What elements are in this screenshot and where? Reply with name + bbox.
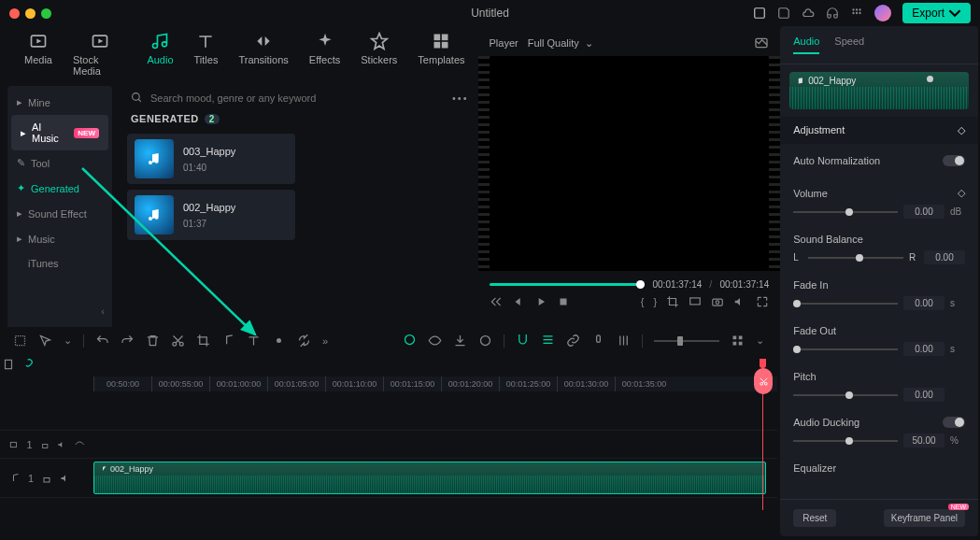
more-icon[interactable]: » bbox=[322, 335, 328, 347]
tab-audio[interactable]: Audio bbox=[147, 32, 173, 77]
diamond-icon[interactable]: ◇ bbox=[958, 187, 965, 199]
sidebar-item-sound-effect[interactable]: ▸Sound Effect bbox=[7, 201, 112, 226]
sidebar-collapse[interactable]: ‹ bbox=[7, 298, 112, 324]
mixer-icon[interactable] bbox=[617, 334, 631, 348]
audio-clip[interactable]: 002_Happy bbox=[93, 462, 766, 494]
mute-icon[interactable] bbox=[57, 439, 66, 450]
music-icon[interactable] bbox=[9, 473, 21, 484]
media-item[interactable]: 003_Happy 01:40 bbox=[127, 134, 295, 184]
reset-button[interactable]: Reset bbox=[793, 509, 836, 527]
pitch-slider[interactable] bbox=[793, 394, 898, 396]
chevron-down-icon[interactable]: ⌄ bbox=[64, 334, 72, 347]
player-viewport[interactable] bbox=[490, 56, 770, 271]
tab-transitions[interactable]: Transitions bbox=[238, 32, 288, 77]
ducking-value[interactable]: 50.00 bbox=[903, 433, 944, 448]
mute-icon[interactable] bbox=[60, 473, 71, 484]
align-icon[interactable] bbox=[541, 333, 555, 347]
camera-icon[interactable] bbox=[711, 295, 724, 308]
tag-icon[interactable] bbox=[478, 334, 492, 348]
maximize-icon[interactable] bbox=[41, 8, 51, 19]
brace-left-icon[interactable]: { bbox=[641, 296, 645, 307]
fadeout-value[interactable]: 0.00 bbox=[903, 342, 944, 356]
media-item[interactable]: 002_Happy 01:37 bbox=[127, 190, 295, 240]
volume-value[interactable]: 0.00 bbox=[903, 205, 944, 219]
progress-slider[interactable] bbox=[490, 283, 646, 286]
display-icon[interactable] bbox=[689, 295, 702, 308]
eye-icon[interactable] bbox=[75, 439, 84, 450]
ducking-slider[interactable] bbox=[793, 440, 898, 442]
green-circle-icon[interactable] bbox=[403, 333, 417, 347]
volume-icon[interactable] bbox=[733, 295, 746, 308]
step-back-icon[interactable] bbox=[512, 295, 525, 308]
tab-effects[interactable]: Effects bbox=[309, 32, 340, 77]
apps-icon[interactable] bbox=[850, 7, 863, 20]
pitch-value[interactable]: 0.00 bbox=[903, 388, 944, 402]
mic-icon[interactable] bbox=[591, 334, 605, 348]
search-input[interactable] bbox=[150, 92, 445, 104]
tab-stickers[interactable]: Stickers bbox=[361, 32, 397, 77]
lock-icon[interactable] bbox=[40, 439, 50, 450]
ducking-toggle[interactable] bbox=[943, 417, 965, 428]
more-icon[interactable]: ••• bbox=[452, 92, 469, 104]
fadeout-slider[interactable] bbox=[793, 348, 898, 350]
crop-icon[interactable] bbox=[666, 295, 679, 308]
record-icon[interactable] bbox=[272, 334, 286, 348]
sidebar-item-tool[interactable]: ✎Tool bbox=[7, 150, 112, 176]
sidebar-item-generated[interactable]: ✦Generated bbox=[7, 176, 112, 201]
fadein-value[interactable]: 0.00 bbox=[903, 296, 944, 310]
sidebar-item-mine[interactable]: ▸Mine bbox=[7, 90, 112, 115]
tab-titles[interactable]: Titles bbox=[194, 32, 219, 77]
adjustment-header[interactable]: Adjustment ◇ bbox=[780, 117, 978, 144]
undo-icon[interactable] bbox=[95, 334, 109, 348]
close-icon[interactable] bbox=[9, 8, 20, 19]
chevron-down-icon[interactable]: ⌄ bbox=[756, 334, 764, 347]
delete-icon[interactable] bbox=[146, 334, 160, 348]
tab-audio-props[interactable]: Audio bbox=[793, 36, 819, 54]
redo-icon[interactable] bbox=[121, 334, 135, 348]
cursor-icon[interactable] bbox=[38, 334, 52, 348]
audio-track-body[interactable]: 002_Happy bbox=[93, 459, 777, 497]
diamond-icon[interactable]: ◇ bbox=[958, 124, 965, 136]
lock-icon[interactable] bbox=[41, 473, 52, 484]
refresh-icon[interactable] bbox=[297, 334, 311, 348]
sidebar-item-ai-music[interactable]: ▸AI MusicNEW bbox=[11, 115, 108, 150]
tab-templates[interactable]: Templates bbox=[418, 32, 464, 77]
balance-slider[interactable] bbox=[808, 257, 903, 259]
music-icon[interactable] bbox=[221, 334, 235, 348]
save-icon[interactable] bbox=[777, 7, 790, 20]
text-icon[interactable] bbox=[247, 334, 261, 348]
timeline-ruler[interactable]: 00:50:0000:00:55:0000:01:00:0000:01:05:0… bbox=[93, 377, 777, 391]
grid-icon[interactable] bbox=[731, 334, 745, 348]
avatar[interactable] bbox=[874, 5, 891, 21]
sidebar-item-itunes[interactable]: iTunes bbox=[7, 251, 112, 276]
crop-icon[interactable] bbox=[196, 334, 210, 348]
volume-slider[interactable] bbox=[793, 211, 898, 213]
auto-norm-toggle[interactable] bbox=[943, 155, 965, 166]
prev-icon[interactable] bbox=[490, 295, 503, 308]
headphones-icon[interactable] bbox=[826, 7, 839, 20]
video-icon[interactable] bbox=[9, 439, 19, 450]
download-icon[interactable] bbox=[453, 334, 467, 348]
keyframe-panel-button[interactable]: Keyframe PanelNEW bbox=[884, 509, 965, 527]
tab-media[interactable]: Media bbox=[24, 32, 52, 77]
quality-select[interactable]: Full Quality⌄ bbox=[528, 37, 593, 50]
link-icon[interactable] bbox=[21, 358, 34, 371]
magnet-icon[interactable] bbox=[516, 333, 530, 347]
select-icon[interactable] bbox=[13, 334, 27, 348]
scissor-badge[interactable] bbox=[754, 368, 773, 394]
marker-icon[interactable] bbox=[2, 358, 15, 371]
layout-icon[interactable] bbox=[753, 7, 766, 20]
eye-icon[interactable] bbox=[428, 334, 442, 348]
sidebar-item-music[interactable]: ▸Music bbox=[7, 226, 112, 251]
zoom-slider[interactable] bbox=[654, 340, 719, 342]
minimize-icon[interactable] bbox=[25, 8, 36, 19]
play-icon[interactable] bbox=[534, 295, 547, 308]
cut-icon[interactable] bbox=[171, 334, 185, 348]
link-icon[interactable] bbox=[566, 334, 580, 348]
export-button[interactable]: Export bbox=[902, 3, 971, 23]
playhead-dot[interactable] bbox=[927, 76, 933, 82]
stop-icon[interactable] bbox=[557, 295, 570, 308]
cloud-icon[interactable] bbox=[802, 7, 815, 20]
balance-value[interactable]: 0.00 bbox=[924, 250, 965, 264]
tab-stock-media[interactable]: Stock Media bbox=[73, 32, 126, 77]
